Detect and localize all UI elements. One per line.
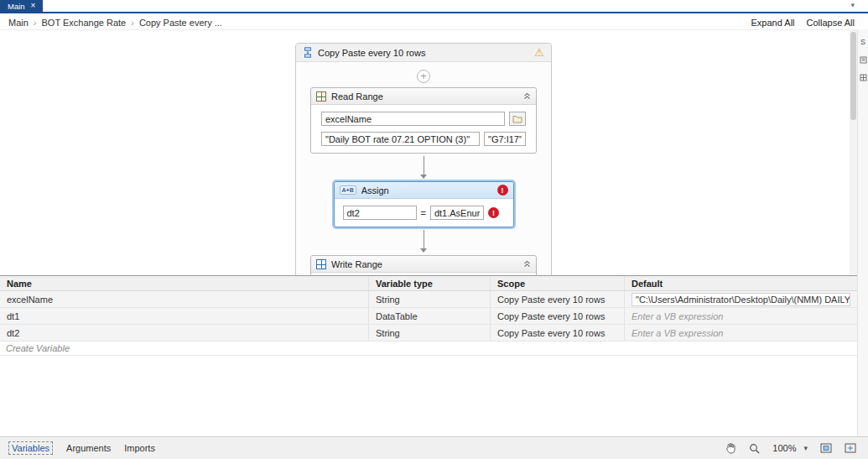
browse-folder-button[interactable] — [509, 112, 526, 126]
grid-panel-icon[interactable] — [860, 74, 867, 81]
variables-header-row: Name Variable type Scope Default — [0, 276, 857, 291]
collapsed-panel-tab[interactable]: S — [860, 38, 865, 46]
scrollbar-thumb[interactable] — [850, 32, 856, 120]
write-range-title: Write Range — [331, 259, 518, 269]
fit-to-screen-icon[interactable] — [820, 443, 832, 453]
warning-icon: ⚠ — [534, 47, 544, 58]
breadcrumb-separator: › — [34, 18, 37, 28]
sheet-name-input[interactable] — [321, 132, 480, 146]
zoom-search-icon[interactable] — [749, 443, 760, 454]
sequence-header[interactable]: Copy Paste every 10 rows ⚠ — [296, 44, 551, 62]
collapsed-panels-strip: S — [857, 29, 868, 436]
variable-row-dt2[interactable]: dt2 String Copy Paste every 10 rows Ente… — [0, 325, 857, 342]
tab-variables[interactable]: Variables — [8, 441, 53, 455]
variable-name[interactable]: dt1 — [0, 308, 369, 324]
uipath-designer-window: Main × ▾ Main › BOT Exchange Rate › Copy… — [0, 0, 868, 459]
pan-hand-icon[interactable] — [725, 442, 736, 454]
variable-scope[interactable]: Copy Paste every 10 rows — [491, 291, 625, 307]
breadcrumb: Main › BOT Exchange Rate › Copy Paste ev… — [0, 15, 868, 29]
collapse-all-button[interactable]: Collapse All — [807, 18, 855, 28]
sequence-icon — [303, 47, 313, 58]
flow-arrow — [296, 156, 551, 179]
variable-default[interactable]: Enter a VB expression — [625, 308, 857, 324]
activity-assign[interactable]: A+B Assign ! = ! — [334, 181, 514, 227]
zoom-dropdown-chevron-icon: ▾ — [803, 444, 808, 452]
expand-all-button[interactable]: Expand All — [751, 18, 795, 28]
close-icon[interactable]: × — [31, 2, 36, 10]
sequence-body: + Read Range — [296, 70, 551, 275]
column-header-scope[interactable]: Scope — [491, 276, 625, 290]
flow-arrow — [296, 230, 551, 253]
assign-to-input[interactable] — [343, 206, 417, 220]
write-range-table-icon — [316, 259, 326, 269]
collapse-chevron-icon[interactable] — [523, 260, 531, 268]
range-input[interactable] — [484, 132, 526, 146]
write-range-header[interactable]: Write Range — [311, 256, 536, 273]
activity-read-range[interactable]: Read Range — [310, 87, 537, 154]
document-tab-bar: Main × ▾ — [0, 0, 868, 13]
variable-scope[interactable]: Copy Paste every 10 rows — [491, 325, 625, 341]
tab-main-label: Main — [8, 2, 25, 11]
column-header-variable-type[interactable]: Variable type — [369, 276, 491, 290]
sequence-container[interactable]: Copy Paste every 10 rows ⚠ + Read Range — [295, 43, 552, 275]
sequence-title: Copy Paste every 10 rows — [318, 48, 529, 58]
excel-table-icon — [316, 91, 326, 102]
folder-icon — [512, 115, 522, 123]
variable-type[interactable]: String — [369, 325, 491, 341]
tab-arguments[interactable]: Arguments — [66, 443, 111, 453]
variable-name[interactable]: excelName — [0, 291, 369, 307]
activity-write-range[interactable]: Write Range — [310, 255, 537, 275]
equals-sign: = — [421, 208, 426, 218]
collapse-chevron-icon[interactable] — [523, 92, 531, 100]
error-badge-icon: ! — [497, 185, 508, 196]
column-header-default[interactable]: Default — [625, 276, 857, 290]
zoom-level-select[interactable]: 100% ▾ — [772, 443, 808, 453]
column-header-name[interactable]: Name — [0, 276, 369, 290]
workbook-path-input[interactable] — [321, 112, 505, 126]
tab-overflow-chevron-icon[interactable]: ▾ — [850, 1, 855, 9]
breadcrumb-separator: › — [131, 18, 134, 28]
variable-default[interactable]: Enter a VB expression — [625, 325, 857, 341]
variable-row-dt1[interactable]: dt1 DataTable Copy Paste every 10 rows E… — [0, 308, 857, 325]
variable-type[interactable]: DataTable — [369, 308, 491, 324]
variable-type[interactable]: String — [369, 291, 491, 307]
variable-scope[interactable]: Copy Paste every 10 rows — [491, 308, 625, 324]
variable-name[interactable]: dt2 — [0, 325, 369, 341]
vertical-scrollbar[interactable] — [850, 30, 857, 275]
assign-title: Assign — [361, 185, 492, 196]
variable-default[interactable]: "C:\Users\Administrator\Desktop\Daily\(N… — [625, 291, 857, 307]
assign-value-input[interactable] — [430, 206, 484, 220]
expression-error-icon: ! — [488, 207, 499, 218]
breadcrumb-item-main[interactable]: Main — [8, 18, 29, 28]
assign-header[interactable]: A+B Assign ! — [335, 182, 513, 199]
tab-main[interactable]: Main × — [0, 0, 43, 12]
designer-canvas[interactable]: Copy Paste every 10 rows ⚠ + Read Range — [0, 29, 857, 275]
zoom-level-value: 100% — [772, 443, 796, 453]
tab-imports[interactable]: Imports — [124, 443, 155, 453]
document-panel-icon[interactable] — [860, 56, 867, 64]
assign-icon: A+B — [340, 185, 356, 195]
add-activity-button[interactable]: + — [417, 70, 430, 83]
read-range-header[interactable]: Read Range — [311, 88, 536, 105]
zoom-reset-icon[interactable] — [845, 443, 856, 453]
variable-row-excelname[interactable]: excelName String Copy Paste every 10 row… — [0, 291, 857, 308]
status-bar: Variables Arguments Imports 100% ▾ — [0, 436, 868, 459]
create-variable-button[interactable]: Create Variable — [0, 342, 857, 356]
breadcrumb-item-bot-exchange-rate[interactable]: BOT Exchange Rate — [42, 18, 127, 28]
variables-panel: Name Variable type Scope Default excelNa… — [0, 275, 857, 436]
breadcrumb-item-copy-paste[interactable]: Copy Paste every ... — [139, 18, 222, 28]
read-range-title: Read Range — [331, 91, 518, 102]
